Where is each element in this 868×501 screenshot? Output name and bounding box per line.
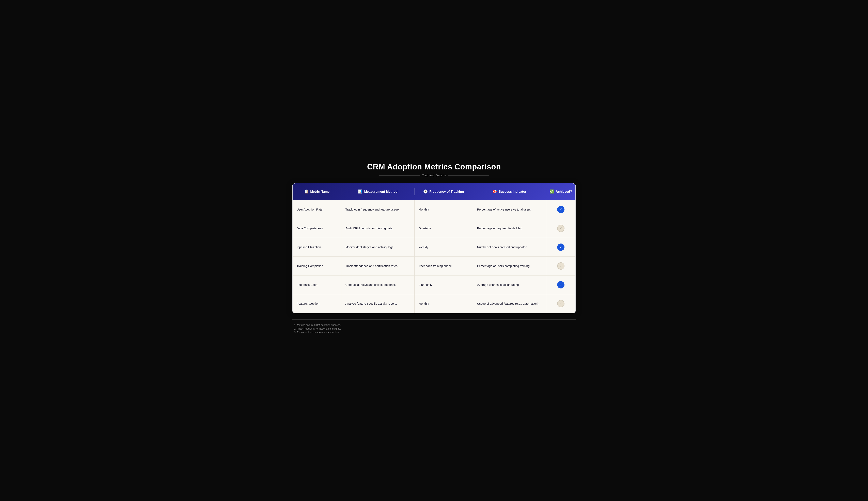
subtitle-wrapper: Tracking Details — [292, 174, 576, 177]
metric-name-cell: Feedback Score — [293, 276, 342, 294]
frequency-cell: Quarterly — [415, 219, 473, 238]
table-row: Pipeline UtilizationMonitor deal stages … — [293, 238, 575, 257]
header-label: Achieved? — [556, 190, 572, 193]
header-cell-success-indicator: 🎯Success Indicator — [473, 188, 546, 195]
achieved-no-icon: ✓ — [557, 262, 564, 270]
header-icon: 🎯 — [493, 190, 497, 194]
header-cell-achieved?: ✅Achieved? — [546, 188, 575, 195]
footer-note: 2. Track frequently for actionable insig… — [294, 327, 574, 330]
table-wrapper: 📋Metric Name📊Measurement Method🕐Frequenc… — [292, 183, 576, 313]
metric-name-cell: Training Completion — [293, 257, 342, 275]
indicator-cell: Percentage of active users vs total user… — [473, 200, 546, 219]
header-icon: 📋 — [304, 190, 308, 194]
achieved-cell: ✓ — [546, 200, 575, 219]
frequency-cell: Monthly — [415, 294, 473, 313]
subtitle-text: Tracking Details — [422, 174, 446, 177]
achieved-no-icon: ✓ — [557, 300, 564, 307]
footer-section: 1. Metrics ensure CRM adoption success.2… — [292, 319, 576, 339]
header-cell-metric-name: 📋Metric Name — [293, 188, 342, 195]
achieved-yes-icon: ✓ — [557, 244, 564, 251]
header-icon: 📊 — [358, 190, 363, 194]
header-icon: ✅ — [550, 190, 554, 194]
header-label: Frequency of Tracking — [429, 190, 464, 193]
metric-name-cell: Data Completeness — [293, 219, 342, 238]
indicator-cell: Average user satisfaction rating — [473, 276, 546, 294]
header-label: Measurement Method — [364, 190, 397, 193]
header-label: Metric Name — [310, 190, 330, 193]
footer-notes: 1. Metrics ensure CRM adoption success.2… — [294, 324, 574, 334]
method-cell: Conduct surveys and collect feedback — [342, 276, 415, 294]
header-cell-measurement-method: 📊Measurement Method — [342, 188, 415, 195]
table-row: Training CompletionTrack attendance and … — [293, 257, 575, 276]
subtitle-line-right — [448, 175, 489, 175]
footer-note: 3. Focus on both usage and satisfaction. — [294, 331, 574, 334]
achieved-yes-icon: ✓ — [557, 206, 564, 213]
table-row: Data CompletenessAudit CRM records for m… — [293, 219, 575, 238]
indicator-cell: Number of deals created and updated — [473, 238, 546, 256]
indicator-cell: Percentage of users completing training — [473, 257, 546, 275]
frequency-cell: After each training phase — [415, 257, 473, 275]
header-label: Success Indicator — [499, 190, 526, 193]
achieved-no-icon: ✓ — [557, 225, 564, 232]
metric-name-cell: Pipeline Utilization — [293, 238, 342, 256]
method-cell: Analyze feature-specific activity report… — [342, 294, 415, 313]
header-cell-frequency-of-tracking: 🕐Frequency of Tracking — [415, 188, 473, 195]
method-cell: Audit CRM records for missing data — [342, 219, 415, 238]
indicator-cell: Usage of advanced features (e.g., automa… — [473, 294, 546, 313]
indicator-cell: Percentage of required fields filled — [473, 219, 546, 238]
achieved-yes-icon: ✓ — [557, 281, 564, 288]
achieved-cell: ✓ — [546, 276, 575, 294]
method-cell: Track attendance and certification rates — [342, 257, 415, 275]
method-cell: Monitor deal stages and activity logs — [342, 238, 415, 256]
footer-note: 1. Metrics ensure CRM adoption success. — [294, 324, 574, 327]
metric-name-cell: Feature Adoption — [293, 294, 342, 313]
method-cell: Track login frequency and feature usage — [342, 200, 415, 219]
table-body: User Adoption RateTrack login frequency … — [293, 200, 575, 313]
header-icon: 🕐 — [423, 190, 428, 194]
achieved-cell: ✓ — [546, 219, 575, 238]
table-row: Feedback ScoreConduct surveys and collec… — [293, 276, 575, 294]
subtitle-line-left — [379, 175, 420, 175]
achieved-cell: ✓ — [546, 238, 575, 256]
table-header: 📋Metric Name📊Measurement Method🕐Frequenc… — [293, 183, 575, 200]
frequency-cell: Weekly — [415, 238, 473, 256]
achieved-cell: ✓ — [546, 257, 575, 275]
frequency-cell: Monthly — [415, 200, 473, 219]
frequency-cell: Biannually — [415, 276, 473, 294]
table-row: User Adoption RateTrack login frequency … — [293, 200, 575, 219]
metric-name-cell: User Adoption Rate — [293, 200, 342, 219]
table-row: Feature AdoptionAnalyze feature-specific… — [293, 294, 575, 313]
achieved-cell: ✓ — [546, 294, 575, 313]
page-container: CRM Adoption Metrics Comparison Tracking… — [292, 162, 576, 339]
page-title: CRM Adoption Metrics Comparison — [292, 162, 576, 171]
